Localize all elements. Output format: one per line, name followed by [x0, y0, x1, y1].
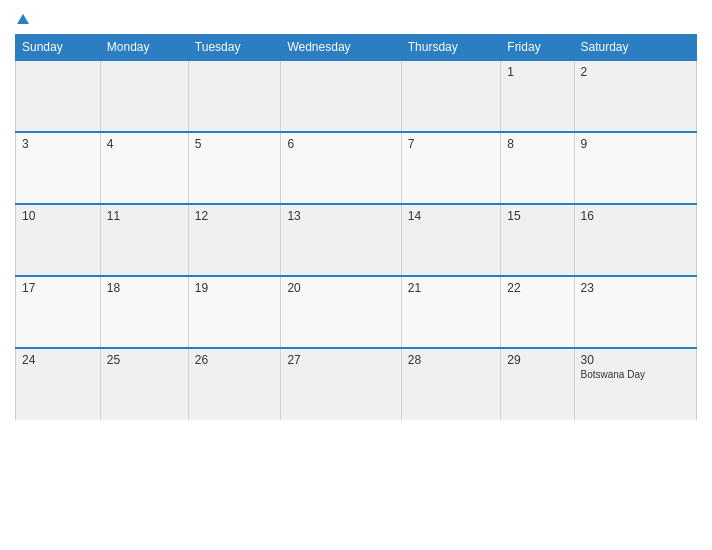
logo: [15, 10, 29, 26]
calendar-cell: 3: [16, 132, 101, 204]
day-number: 12: [195, 209, 275, 223]
calendar-cell: 9: [574, 132, 696, 204]
calendar-cell: 16: [574, 204, 696, 276]
calendar-cell: 18: [100, 276, 188, 348]
calendar-cell: 28: [401, 348, 501, 420]
calendar-week-1: 12: [16, 60, 697, 132]
day-number: 16: [581, 209, 690, 223]
day-number: 8: [507, 137, 567, 151]
day-number: 4: [107, 137, 182, 151]
calendar-cell: 8: [501, 132, 574, 204]
calendar-cell: 30Botswana Day: [574, 348, 696, 420]
calendar-cell: 22: [501, 276, 574, 348]
calendar-cell: 10: [16, 204, 101, 276]
calendar-cell: 19: [188, 276, 281, 348]
logo-triangle-icon: [17, 14, 29, 24]
day-number: 14: [408, 209, 495, 223]
calendar-week-3: 10111213141516: [16, 204, 697, 276]
day-number: 5: [195, 137, 275, 151]
calendar-cell: [188, 60, 281, 132]
day-number: 27: [287, 353, 394, 367]
day-number: 28: [408, 353, 495, 367]
day-number: 2: [581, 65, 690, 79]
day-number: 9: [581, 137, 690, 151]
calendar-cell: 14: [401, 204, 501, 276]
day-header-monday: Monday: [100, 35, 188, 61]
day-header-wednesday: Wednesday: [281, 35, 401, 61]
day-header-thursday: Thursday: [401, 35, 501, 61]
calendar-header-row: SundayMondayTuesdayWednesdayThursdayFrid…: [16, 35, 697, 61]
day-number: 6: [287, 137, 394, 151]
day-number: 10: [22, 209, 94, 223]
day-header-tuesday: Tuesday: [188, 35, 281, 61]
calendar-cell: 25: [100, 348, 188, 420]
event-label: Botswana Day: [581, 369, 690, 380]
day-number: 25: [107, 353, 182, 367]
calendar-week-2: 3456789: [16, 132, 697, 204]
day-header-saturday: Saturday: [574, 35, 696, 61]
day-number: 7: [408, 137, 495, 151]
calendar-week-5: 24252627282930Botswana Day: [16, 348, 697, 420]
calendar-cell: 20: [281, 276, 401, 348]
logo-top: [15, 10, 29, 26]
calendar-cell: [281, 60, 401, 132]
day-number: 15: [507, 209, 567, 223]
day-number: 29: [507, 353, 567, 367]
calendar-cell: 5: [188, 132, 281, 204]
calendar-page: SundayMondayTuesdayWednesdayThursdayFrid…: [0, 0, 712, 550]
day-number: 26: [195, 353, 275, 367]
day-header-friday: Friday: [501, 35, 574, 61]
day-number: 19: [195, 281, 275, 295]
calendar-header: [15, 10, 697, 26]
day-number: 13: [287, 209, 394, 223]
day-number: 20: [287, 281, 394, 295]
day-number: 3: [22, 137, 94, 151]
calendar-cell: 2: [574, 60, 696, 132]
calendar-cell: 12: [188, 204, 281, 276]
day-number: 22: [507, 281, 567, 295]
calendar-cell: 24: [16, 348, 101, 420]
calendar-cell: 11: [100, 204, 188, 276]
calendar-cell: 15: [501, 204, 574, 276]
day-number: 18: [107, 281, 182, 295]
calendar-cell: 7: [401, 132, 501, 204]
calendar-cell: 26: [188, 348, 281, 420]
calendar-table: SundayMondayTuesdayWednesdayThursdayFrid…: [15, 34, 697, 420]
day-number: 24: [22, 353, 94, 367]
calendar-cell: 29: [501, 348, 574, 420]
day-number: 11: [107, 209, 182, 223]
day-number: 21: [408, 281, 495, 295]
calendar-cell: 23: [574, 276, 696, 348]
calendar-cell: [100, 60, 188, 132]
calendar-cell: 4: [100, 132, 188, 204]
calendar-cell: [16, 60, 101, 132]
calendar-week-4: 17181920212223: [16, 276, 697, 348]
day-number: 23: [581, 281, 690, 295]
calendar-cell: 17: [16, 276, 101, 348]
calendar-cell: 27: [281, 348, 401, 420]
day-header-sunday: Sunday: [16, 35, 101, 61]
calendar-cell: 21: [401, 276, 501, 348]
day-number: 17: [22, 281, 94, 295]
days-header-row: SundayMondayTuesdayWednesdayThursdayFrid…: [16, 35, 697, 61]
calendar-cell: [401, 60, 501, 132]
day-number: 30: [581, 353, 690, 367]
calendar-body: 1234567891011121314151617181920212223242…: [16, 60, 697, 420]
calendar-cell: 1: [501, 60, 574, 132]
calendar-cell: 6: [281, 132, 401, 204]
day-number: 1: [507, 65, 567, 79]
calendar-cell: 13: [281, 204, 401, 276]
